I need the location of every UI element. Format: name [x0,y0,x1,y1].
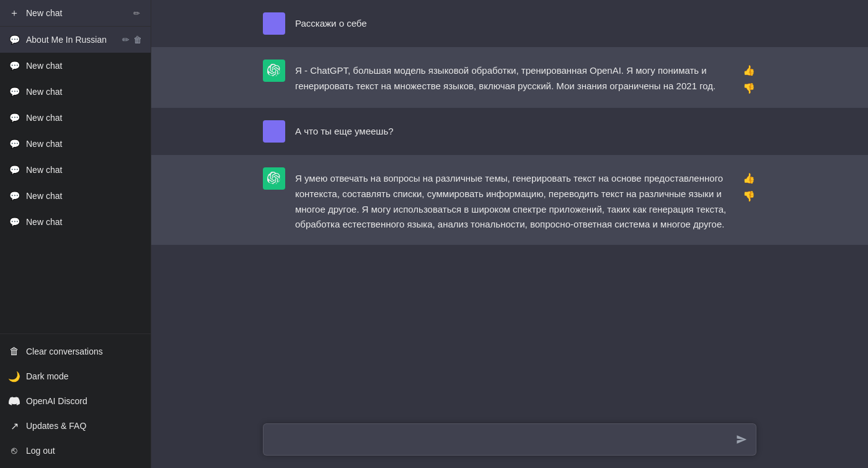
clear-conversations-button[interactable]: 🗑 Clear conversations [0,339,151,364]
message-row: А что ты еще умеешь? [151,108,868,155]
chat-item-label: About Me In Russian [26,35,116,45]
dark-mode-label: Dark mode [26,371,68,381]
logout-icon: ⎋ [9,445,20,456]
chat-bubble-icon: 💬 [9,164,20,175]
chat-item-label: New chat [26,87,142,97]
faq-label: Updates & FAQ [26,421,86,431]
thumbs-down-button[interactable]: 👎 [742,81,756,95]
message-text: Я умею отвечать на вопросы на различные … [295,167,732,232]
list-item[interactable]: 💬 New chat [0,209,151,235]
plus-icon: ＋ [9,7,20,19]
faq-button[interactable]: ↗ Updates & FAQ [0,413,151,438]
chat-bubble-icon: 💬 [9,60,20,71]
chat-item-label: New chat [26,191,142,201]
chat-bubble-icon: 💬 [9,112,20,123]
logout-label: Log out [26,446,55,456]
discord-button[interactable]: OpenAI Discord [0,389,151,413]
discord-label: OpenAI Discord [26,396,87,406]
list-item[interactable]: 💬 New chat [0,53,151,79]
empty-space [151,245,868,413]
sidebar-bottom: 🗑 Clear conversations 🌙 Dark mode OpenAI… [0,333,151,468]
user-avatar [263,12,285,35]
message-actions: 👍 👎 [742,167,756,203]
main-content: Расскажи о себе Я - ChatGPT, большая мод… [151,0,868,468]
input-wrapper [263,423,756,456]
edit-icon: ✏ [131,7,142,19]
message-row: Расскажи о себе [151,0,868,47]
thumbs-up-button[interactable]: 👍 [742,63,756,77]
sidebar: ＋ New chat ✏ 💬 About Me In Russian ✏ 🗑 💬… [0,0,151,468]
chat-bubble-icon: 💬 [9,190,20,201]
message-actions: 👍 👎 [742,60,756,95]
message-row: Я - ChatGPT, большая модель языковой обр… [151,47,868,108]
external-link-icon: ↗ [9,420,20,431]
message-text: Расскажи о себе [295,12,756,32]
list-item[interactable]: 💬 New chat [0,105,151,131]
chat-bubble-icon: 💬 [9,216,20,227]
new-chat-label: New chat [26,8,125,18]
dark-mode-button[interactable]: 🌙 Dark mode [0,364,151,389]
delete-chat-icon[interactable]: 🗑 [133,35,142,45]
thumbs-up-button[interactable]: 👍 [742,171,756,185]
moon-icon: 🌙 [9,371,20,382]
list-item[interactable]: 💬 New chat [0,79,151,105]
chat-item-about-me[interactable]: 💬 About Me In Russian ✏ 🗑 [0,27,151,53]
message-row: Я умею отвечать на вопросы на различные … [151,155,868,245]
logout-button[interactable]: ⎋ Log out [0,438,151,463]
clear-conversations-label: Clear conversations [26,347,103,356]
assistant-avatar [263,167,285,190]
chat-list: 💬 About Me In Russian ✏ 🗑 💬 New chat 💬 N… [0,27,151,333]
thumbs-down-button[interactable]: 👎 [742,189,756,203]
chat-item-label: New chat [26,61,142,71]
discord-icon [9,395,20,407]
new-chat-button[interactable]: ＋ New chat ✏ [0,0,151,27]
chat-item-label: New chat [26,217,142,227]
send-button[interactable] [733,431,750,448]
list-item[interactable]: 💬 New chat [0,183,151,209]
assistant-avatar [263,60,285,82]
chat-actions: ✏ 🗑 [122,35,142,45]
list-item[interactable]: 💬 New chat [0,131,151,157]
message-text: Я - ChatGPT, большая модель языковой обр… [295,60,732,94]
chat-item-label: New chat [26,139,142,149]
list-item[interactable]: 💬 New chat [0,157,151,183]
trash-icon: 🗑 [9,346,20,357]
chat-item-label: New chat [26,113,142,123]
messages-area: Расскажи о себе Я - ChatGPT, большая мод… [151,0,868,413]
chat-input[interactable] [264,424,756,456]
user-avatar [263,120,285,143]
chat-bubble-icon: 💬 [9,86,20,97]
chat-item-label: New chat [26,165,142,175]
edit-chat-icon[interactable]: ✏ [122,35,130,45]
chat-bubble-icon: 💬 [9,138,20,149]
chat-bubble-icon: 💬 [9,34,20,45]
message-text: А что ты еще умеешь? [295,120,756,139]
input-area [151,413,868,469]
